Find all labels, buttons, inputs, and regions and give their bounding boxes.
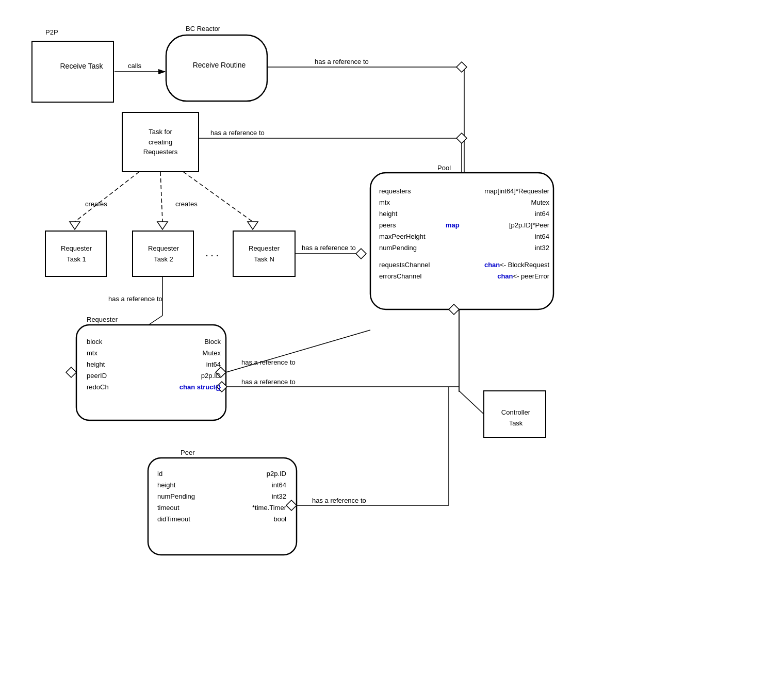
- svg-marker-16: [157, 222, 168, 229]
- peer-fields: idp2p.ID heightint64 numPendingint32 tim…: [157, 468, 286, 525]
- bc-reactor-label: BC Reactor: [186, 25, 220, 32]
- svg-marker-24: [456, 62, 467, 72]
- requester-label: Requester: [87, 316, 118, 323]
- req-taskN-text: RequesterTask N: [238, 243, 290, 265]
- receive-task-text: Receive Task: [45, 62, 118, 70]
- svg-line-13: [160, 172, 162, 222]
- svg-marker-17: [248, 222, 258, 229]
- svg-rect-4: [32, 41, 113, 102]
- svg-marker-23: [456, 133, 467, 143]
- requester-fields: blockBlock mtxMutex heightint64 peerIDp2…: [87, 336, 221, 393]
- task-creating-text: Task forcreatingRequesters: [127, 127, 193, 157]
- creates-label-2: creates: [175, 200, 198, 208]
- svg-line-12: [75, 172, 139, 222]
- req-task1-text: RequesterTask 1: [51, 243, 102, 265]
- receive-routine-text: Receive Routine: [173, 61, 266, 69]
- has-ref-task-pool-label: has a reference to: [210, 129, 265, 137]
- ellipsis: ···: [205, 249, 221, 262]
- has-ref-taskN-pool-label: has a reference to: [302, 244, 356, 252]
- calls-label: calls: [128, 62, 141, 70]
- has-ref-top-label: has a reference to: [315, 58, 369, 65]
- svg-marker-15: [70, 222, 80, 229]
- pool-label: Pool: [437, 164, 451, 172]
- p2p-label: P2P: [45, 28, 58, 36]
- svg-marker-25: [356, 249, 366, 259]
- has-ref-req2-req-label: has a reference to: [108, 295, 162, 303]
- controller-task-text: ControllerTask: [490, 407, 542, 429]
- svg-line-39: [459, 391, 484, 414]
- peer-label: Peer: [181, 449, 194, 456]
- creates-label-1: creates: [85, 200, 107, 208]
- has-ref-req-pool-top-label: has a reference to: [241, 358, 296, 366]
- req-task2-text: RequesterTask 2: [138, 243, 189, 265]
- svg-marker-29: [66, 367, 76, 377]
- svg-line-14: [183, 172, 253, 222]
- has-ref-req-pool-bot-label: has a reference to: [241, 378, 296, 386]
- svg-line-28: [149, 316, 162, 325]
- pool-fields: requestersmap[int64]*Requester mtxMutex …: [379, 186, 549, 282]
- has-ref-peer-pool-label: has a reference to: [312, 497, 366, 504]
